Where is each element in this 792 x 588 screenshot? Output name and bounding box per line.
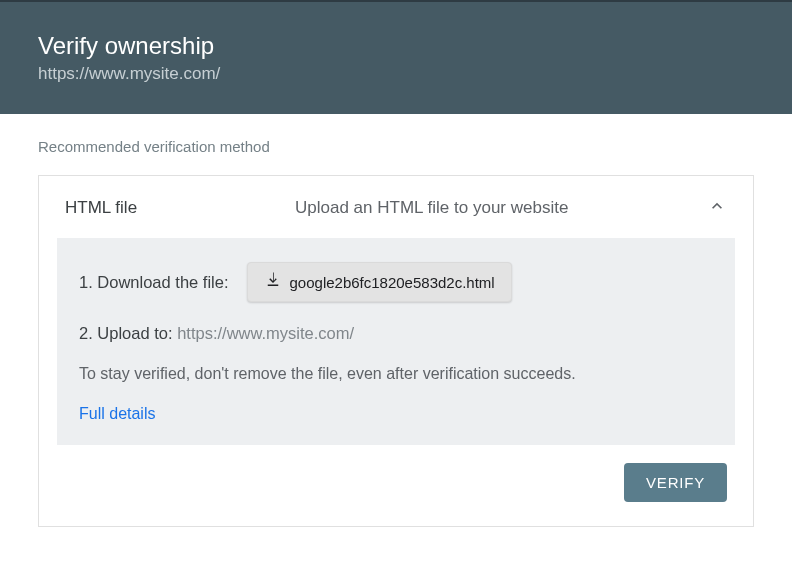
- main-content: Recommended verification method HTML fil…: [0, 114, 792, 527]
- full-details-link[interactable]: Full details: [79, 405, 713, 423]
- page-title: Verify ownership: [38, 32, 754, 60]
- verification-card: HTML file Upload an HTML file to your we…: [38, 175, 754, 527]
- section-label: Recommended verification method: [38, 138, 754, 155]
- step-2-label: 2. Upload to:: [79, 324, 177, 342]
- site-url: https://www.mysite.com/: [38, 64, 754, 84]
- page-header: Verify ownership https://www.mysite.com/: [0, 0, 792, 114]
- download-file-button[interactable]: google2b6fc1820e583d2c.html: [247, 262, 512, 302]
- card-body: 1. Download the file: google2b6fc1820e58…: [57, 238, 735, 445]
- download-filename: google2b6fc1820e583d2c.html: [290, 274, 495, 291]
- verify-button[interactable]: VERIFY: [624, 463, 727, 502]
- step-2-url: https://www.mysite.com/: [177, 324, 354, 342]
- verification-note: To stay verified, don't remove the file,…: [79, 365, 713, 383]
- step-1: 1. Download the file: google2b6fc1820e58…: [79, 262, 713, 302]
- card-footer: VERIFY: [39, 463, 753, 526]
- step-2: 2. Upload to: https://www.mysite.com/: [79, 324, 713, 343]
- card-header[interactable]: HTML file Upload an HTML file to your we…: [39, 176, 753, 238]
- method-description: Upload an HTML file to your website: [295, 198, 707, 218]
- chevron-up-icon: [707, 196, 727, 220]
- method-name: HTML file: [65, 198, 295, 218]
- step-1-label: 1. Download the file:: [79, 273, 229, 292]
- download-icon: [264, 271, 290, 293]
